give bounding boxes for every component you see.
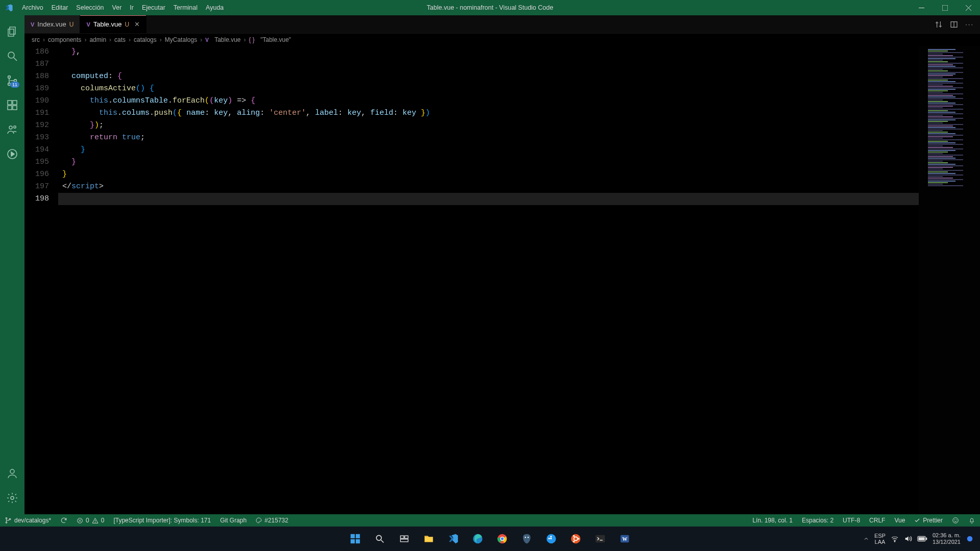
liveshare-icon[interactable] xyxy=(0,117,24,142)
menu-terminal[interactable]: Terminal xyxy=(169,0,202,15)
svg-point-6 xyxy=(8,52,14,58)
tab-table-vue[interactable]: V Table.vue U ✕ xyxy=(80,15,146,33)
tray-clock[interactable]: 02:36 a. m.13/12/2021 xyxy=(933,532,961,545)
breadcrumb-seg[interactable]: MyCatalogs xyxy=(165,36,197,43)
minimize-button[interactable] xyxy=(910,0,933,15)
menu-ejecutar[interactable]: Ejecutar xyxy=(138,0,169,15)
run-debug-icon[interactable] xyxy=(0,142,24,166)
account-icon[interactable] xyxy=(0,461,24,486)
svg-rect-33 xyxy=(351,534,355,538)
taskbar-docker-icon[interactable] xyxy=(541,529,562,549)
status-language[interactable]: Vue xyxy=(890,517,910,524)
svg-rect-63 xyxy=(918,537,924,540)
menu-archivo[interactable]: Archivo xyxy=(18,0,47,15)
status-eol[interactable]: CRLF xyxy=(865,517,890,524)
svg-point-57 xyxy=(573,541,575,542)
status-color[interactable]: #215732 xyxy=(251,514,293,527)
taskbar-explorer-icon[interactable] xyxy=(418,529,439,549)
compare-changes-icon[interactable] xyxy=(935,20,943,29)
settings-gear-icon[interactable] xyxy=(0,486,24,510)
menu-ayuda[interactable]: Ayuda xyxy=(202,0,228,15)
status-branch[interactable]: dev/catalogs* xyxy=(0,514,56,527)
source-control-icon[interactable]: 11 xyxy=(0,68,24,93)
tray-wifi-icon[interactable] xyxy=(891,535,899,543)
breadcrumb-seg[interactable]: catalogs xyxy=(134,36,157,43)
windows-taskbar: W ESPLAA 02:36 a. m.13/12/2021 xyxy=(0,527,980,551)
svg-rect-14 xyxy=(13,106,17,110)
taskbar-ubuntu-icon[interactable] xyxy=(565,529,586,549)
editor-tabs: V Index.vue U V Table.vue U ✕ ··· xyxy=(24,15,980,34)
search-icon[interactable] xyxy=(0,44,24,68)
tab-label: Table.vue xyxy=(93,20,122,28)
taskbar-word-icon[interactable]: W xyxy=(614,529,635,549)
status-problems[interactable]: 0 0 xyxy=(72,514,109,527)
svg-point-19 xyxy=(11,496,14,499)
breadcrumb-seg[interactable]: cats xyxy=(114,36,126,43)
status-git-graph[interactable]: Git Graph xyxy=(215,514,251,527)
svg-point-23 xyxy=(6,522,7,523)
minimap[interactable] xyxy=(919,46,980,514)
taskbar-terminal-icon[interactable] xyxy=(590,529,611,549)
svg-point-30 xyxy=(953,518,959,523)
status-spaces[interactable]: Espacios: 2 xyxy=(797,517,838,524)
tray-notification-icon[interactable] xyxy=(966,535,974,543)
taskbar-pgadmin-icon[interactable] xyxy=(516,529,537,549)
svg-point-15 xyxy=(9,126,12,129)
tab-index-vue[interactable]: V Index.vue U xyxy=(24,15,80,33)
breadcrumb-seg[interactable]: components xyxy=(48,36,81,43)
editor-area[interactable]: 186187188189190191192193194195196197198 … xyxy=(24,46,980,514)
tray-language[interactable]: ESPLAA xyxy=(874,533,886,545)
taskbar-chrome-icon[interactable] xyxy=(492,529,513,549)
svg-rect-12 xyxy=(13,101,17,105)
vue-file-icon: V xyxy=(31,21,34,28)
svg-point-18 xyxy=(10,469,14,473)
breadcrumb-seg[interactable]: src xyxy=(32,36,40,43)
status-feedback-icon[interactable] xyxy=(947,517,964,524)
explorer-icon[interactable] xyxy=(0,19,24,44)
tray-volume-icon[interactable] xyxy=(904,535,912,543)
menu-ir[interactable]: Ir xyxy=(126,0,138,15)
svg-point-61 xyxy=(894,541,895,542)
taskbar-edge-icon[interactable] xyxy=(467,529,488,549)
vue-file-icon: V xyxy=(86,21,90,28)
menu-editar[interactable]: Editar xyxy=(47,0,72,15)
breadcrumb-seg[interactable]: V Table.vue xyxy=(205,36,240,43)
status-ts-importer[interactable]: [TypeScript Importer]: Symbols: 171 xyxy=(109,514,215,527)
svg-rect-39 xyxy=(401,536,404,538)
status-sync[interactable] xyxy=(56,514,72,527)
svg-point-37 xyxy=(376,535,381,540)
taskbar-vscode-icon[interactable] xyxy=(443,529,464,549)
svg-rect-50 xyxy=(549,538,550,539)
breadcrumbs[interactable]: src› components› admin› cats› catalogs› … xyxy=(24,34,980,46)
tray-battery-icon[interactable] xyxy=(917,536,927,542)
split-editor-icon[interactable] xyxy=(950,20,958,29)
menu-seleccion[interactable]: Selección xyxy=(72,0,108,15)
taskbar-taskview-icon[interactable] xyxy=(394,529,415,549)
maximize-button[interactable] xyxy=(933,0,957,15)
taskbar-start-icon[interactable] xyxy=(345,529,366,549)
status-bell-icon[interactable] xyxy=(964,517,980,524)
svg-rect-35 xyxy=(351,539,355,543)
close-button[interactable] xyxy=(957,0,980,15)
tab-close-icon[interactable]: ✕ xyxy=(134,20,140,28)
svg-rect-64 xyxy=(926,538,927,540)
tray-chevron-up-icon[interactable] xyxy=(863,536,869,542)
svg-point-31 xyxy=(954,519,955,520)
status-prettier[interactable]: Prettier xyxy=(910,517,947,524)
status-cursor-pos[interactable]: Lín. 198, col. 1 xyxy=(748,517,797,524)
taskbar-search-icon[interactable] xyxy=(369,529,390,549)
status-encoding[interactable]: UTF-8 xyxy=(838,517,865,524)
svg-rect-36 xyxy=(356,539,360,543)
menu-ver[interactable]: Ver xyxy=(108,0,126,15)
svg-rect-0 xyxy=(919,8,924,8)
tab-label: Index.vue xyxy=(37,20,66,28)
breadcrumb-seg[interactable]: admin xyxy=(89,36,106,43)
more-actions-icon[interactable]: ··· xyxy=(965,20,974,28)
extensions-icon[interactable] xyxy=(0,93,24,117)
svg-rect-5 xyxy=(8,29,14,36)
breadcrumb-seg[interactable]: { } "Table.vue" xyxy=(249,36,291,43)
tab-modified-badge: U xyxy=(125,21,129,28)
svg-rect-40 xyxy=(405,536,408,538)
code-content[interactable]: }, computed: { columsActive() { this.col… xyxy=(58,46,919,514)
svg-point-29 xyxy=(95,522,95,522)
